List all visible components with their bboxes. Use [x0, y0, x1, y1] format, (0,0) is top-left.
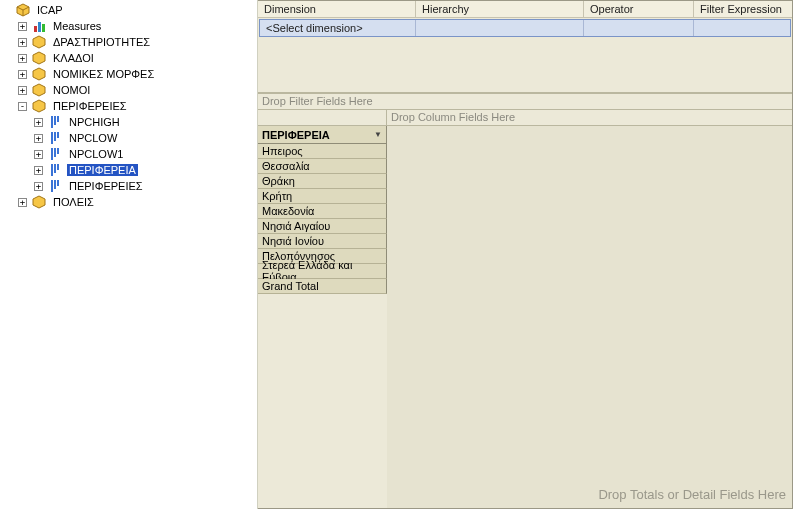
tree-root-label: ICAP	[35, 4, 65, 16]
row-cell-label: Θράκη	[262, 175, 295, 187]
row-cell[interactable]: Grand Total	[258, 279, 387, 294]
row-cell-label: Νησιά Ιονίου	[262, 235, 324, 247]
col-operator[interactable]: Operator	[584, 1, 694, 17]
data-area[interactable]: Drop Totals or Detail Fields Here	[387, 126, 792, 508]
dimension-icon	[31, 194, 47, 210]
tree-label: NPCLOW	[67, 132, 119, 144]
filter-cell-dimension[interactable]: <Select dimension>	[260, 20, 416, 36]
expand-toggle[interactable]: +	[34, 134, 43, 143]
expand-toggle[interactable]: +	[18, 86, 27, 95]
tree-node-nomoi[interactable]: + ΝΟΜΟΙ	[0, 82, 257, 98]
tree-label: Measures	[51, 20, 103, 32]
tree-node-npclow[interactable]: + NPCLOW	[0, 130, 257, 146]
tree-label: ΠΕΡΙΦΕΡΕΙΕΣ	[51, 100, 129, 112]
dimension-icon	[31, 98, 47, 114]
tree-root[interactable]: ICAP	[0, 2, 257, 18]
tree-label: ΔΡΑΣΤΗΡΙΟΤΗΤΕΣ	[51, 36, 152, 48]
row-field-label: ΠΕΡΙΦΕΡΕΙΑ	[262, 129, 330, 141]
dimension-icon	[31, 50, 47, 66]
work-area: Dimension Hierarchy Operator Filter Expr…	[258, 0, 793, 509]
hierarchy-icon	[47, 130, 63, 146]
svg-marker-5	[33, 84, 45, 96]
chevron-down-icon[interactable]: ▼	[374, 130, 382, 139]
expand-toggle[interactable]: +	[18, 38, 27, 47]
row-cell-label: Μακεδονία	[262, 205, 314, 217]
expand-toggle[interactable]: +	[18, 54, 27, 63]
dimension-tree: ICAP + Measures + ΔΡΑΣΤΗΡΙΟΤΗΤΕΣ + ΚΛΑΔΟ…	[0, 0, 258, 509]
pivot-grid: Drop Filter Fields Here ΠΕΡΙΦΕΡΕΙΑ ▼ Ηπε…	[258, 92, 792, 508]
col-hierarchy[interactable]: Hierarchy	[416, 1, 584, 17]
tree-node-perifereia[interactable]: + ΠΕΡΙΦΕΡΕΙΑ	[0, 162, 257, 178]
hierarchy-icon	[47, 162, 63, 178]
filter-cell-expression[interactable]	[694, 20, 790, 36]
row-area: ΠΕΡΙΦΕΡΕΙΑ ▼ Ηπειρος Θεσσαλία Θράκη Κρήτ…	[258, 110, 387, 508]
tree-label: ΝΟΜΙΚΕΣ ΜΟΡΦΕΣ	[51, 68, 156, 80]
row-cell[interactable]: Μακεδονία	[258, 204, 387, 219]
filter-grid-row[interactable]: <Select dimension>	[259, 19, 791, 37]
expand-toggle[interactable]: +	[34, 150, 43, 159]
expand-toggle[interactable]: +	[18, 198, 27, 207]
cube-icon	[15, 2, 31, 18]
tree-node-poleis[interactable]: + ΠΟΛΕΙΣ	[0, 194, 257, 210]
tree-node-perifereies[interactable]: - ΠΕΡΙΦΕΡΕΙΕΣ	[0, 98, 257, 114]
column-area: Drop Column Fields Here Drop Totals or D…	[387, 110, 792, 508]
svg-marker-7	[33, 196, 45, 208]
filter-grid-blank	[258, 38, 792, 92]
expand-toggle[interactable]: +	[34, 182, 43, 191]
expand-toggle[interactable]: +	[18, 70, 27, 79]
row-cell-label: Grand Total	[262, 280, 319, 292]
row-cell[interactable]: Κρήτη	[258, 189, 387, 204]
expand-toggle[interactable]: +	[34, 118, 43, 127]
row-cell-label: Νησιά Αιγαίου	[262, 220, 330, 232]
tree-node-drastiriotites[interactable]: + ΔΡΑΣΤΗΡΙΟΤΗΤΕΣ	[0, 34, 257, 50]
row-cell[interactable]: Θράκη	[258, 174, 387, 189]
row-area-corner	[258, 110, 387, 126]
collapse-toggle[interactable]: -	[18, 102, 27, 111]
hierarchy-icon	[47, 178, 63, 194]
blank-toggle	[2, 6, 11, 15]
tree-node-perifereies2[interactable]: + ΠΕΡΙΦΕΡΕΙΕΣ	[0, 178, 257, 194]
row-cell-label: Κρήτη	[262, 190, 292, 202]
dimension-icon	[31, 66, 47, 82]
svg-marker-4	[33, 68, 45, 80]
svg-marker-3	[33, 52, 45, 64]
tree-node-measures[interactable]: + Measures	[0, 18, 257, 34]
row-cell[interactable]: Νησιά Ιονίου	[258, 234, 387, 249]
expand-toggle[interactable]: +	[34, 166, 43, 175]
svg-marker-6	[33, 100, 45, 112]
svg-marker-2	[33, 36, 45, 48]
tree-node-nomikes[interactable]: + ΝΟΜΙΚΕΣ ΜΟΡΦΕΣ	[0, 66, 257, 82]
bars-icon	[31, 18, 47, 34]
tree-label: ΝΟΜΟΙ	[51, 84, 92, 96]
hierarchy-icon	[47, 114, 63, 130]
tree-label: NPCHIGH	[67, 116, 122, 128]
tree-node-kladoi[interactable]: + ΚΛΑΔΟΙ	[0, 50, 257, 66]
dimension-icon	[31, 82, 47, 98]
col-dimension[interactable]: Dimension	[258, 1, 416, 17]
drop-filter-area[interactable]: Drop Filter Fields Here	[258, 94, 792, 110]
row-cell[interactable]: Ηπειρος	[258, 144, 387, 159]
row-cell-label: Ηπειρος	[262, 145, 303, 157]
tree-node-npchigh[interactable]: + NPCHIGH	[0, 114, 257, 130]
filter-cell-operator[interactable]	[584, 20, 694, 36]
row-cell[interactable]: Θεσσαλία	[258, 159, 387, 174]
tree-label: ΠΟΛΕΙΣ	[51, 196, 96, 208]
drop-detail-area: Drop Totals or Detail Fields Here	[598, 487, 786, 502]
filter-grid-header: Dimension Hierarchy Operator Filter Expr…	[258, 1, 792, 18]
hierarchy-icon	[47, 146, 63, 162]
dimension-icon	[31, 34, 47, 50]
col-filter-expression[interactable]: Filter Expression	[694, 1, 792, 17]
tree-label: NPCLOW1	[67, 148, 125, 160]
expand-toggle[interactable]: +	[18, 22, 27, 31]
tree-node-npclow1[interactable]: + NPCLOW1	[0, 146, 257, 162]
row-cell-label: Θεσσαλία	[262, 160, 310, 172]
row-cell[interactable]: Νησιά Αιγαίου	[258, 219, 387, 234]
tree-label: ΠΕΡΙΦΕΡΕΙΕΣ	[67, 180, 145, 192]
drop-column-area[interactable]: Drop Column Fields Here	[387, 110, 792, 126]
filter-cell-hierarchy[interactable]	[416, 20, 584, 36]
row-cell[interactable]: Στερεά Ελλάδα και Εύβοια	[258, 264, 387, 279]
tree-label-selected: ΠΕΡΙΦΕΡΕΙΑ	[67, 164, 138, 176]
tree-label: ΚΛΑΔΟΙ	[51, 52, 96, 64]
row-field-header[interactable]: ΠΕΡΙΦΕΡΕΙΑ ▼	[258, 126, 387, 144]
